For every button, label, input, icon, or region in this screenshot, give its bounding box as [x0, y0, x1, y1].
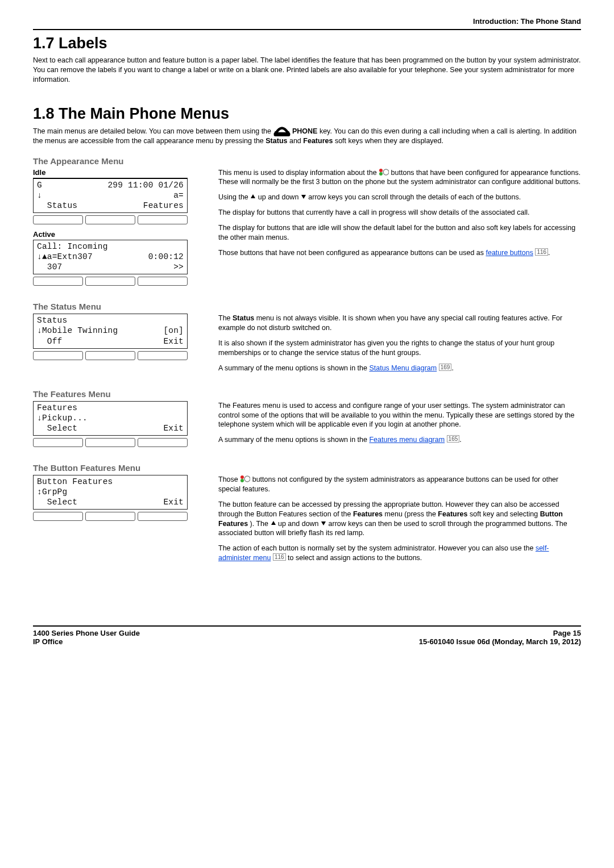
status-diagram-link[interactable]: Status Menu diagram [369, 364, 437, 372]
softkeys-features [33, 438, 188, 447]
lcd-idle: G299 11:00 01/26 ↓a= StatusFeatures [33, 178, 188, 213]
features-key-label: Features [303, 137, 333, 145]
features-p2: A summary of the menu options is shown i… [218, 435, 581, 445]
text: up and down [278, 520, 321, 528]
feature-buttons-link[interactable]: feature buttons [486, 249, 533, 257]
softkeys-idle [33, 215, 188, 224]
lcd-status-r3l: Off [37, 336, 63, 347]
lcd-status-r1l: Status [37, 315, 67, 326]
text: The action of each button is normally se… [218, 544, 536, 552]
appearance-p3: The display for buttons that currently h… [218, 208, 581, 218]
lcd-active-r3l: 307 [37, 262, 63, 272]
lcd-bf-r3r: Exit [163, 497, 184, 507]
heading-1-7: 1.7 Labels [33, 35, 581, 52]
lcd-idle-r3l: Status [37, 201, 77, 211]
intro-text-c: soft keys when they are displayed. [335, 137, 443, 145]
text: A summary of the menu options is shown i… [218, 364, 369, 372]
bf-p1: Those buttons not configured by the syst… [218, 475, 581, 494]
intro-text-a: The main menus are detailed below. You c… [33, 127, 273, 135]
lamp-icon [379, 169, 389, 177]
appearance-p4: The display for buttons that are idle wi… [218, 223, 581, 243]
lcd-features: Features ↓Pickup... SelectExit [33, 401, 188, 436]
text: Those buttons that have not been configu… [218, 249, 486, 257]
softkey [138, 351, 188, 360]
lcd-active-r2r: 0:00:12 [148, 252, 184, 262]
footer-left-2: IP Office [33, 637, 63, 646]
lcd-features-r3r: Exit [163, 423, 184, 433]
softkey [33, 351, 83, 360]
idle-label: Idle [33, 168, 204, 177]
top-rule [33, 29, 581, 30]
lcd-idle-r1r: 299 11:00 01/26 [107, 180, 184, 190]
lcd-active-r3r: >> [173, 262, 184, 272]
intro-and: and [289, 137, 303, 145]
text: Using the [218, 193, 250, 201]
text: buttons not configured by the system adm… [218, 475, 558, 493]
breadcrumb: Introduction: The Phone Stand [33, 17, 581, 26]
footer-right-1: Page 15 [553, 629, 581, 637]
softkey [33, 277, 83, 286]
lcd-bf-r2l: ↕GrpPg [37, 487, 67, 497]
lcd-status-r3r: Exit [163, 336, 184, 347]
text: ). The [250, 520, 271, 528]
bf-p2: The button feature can be accessed by pr… [218, 500, 581, 539]
softkeys-active [33, 277, 188, 286]
softkey [33, 215, 83, 224]
page-ref: 116 [535, 248, 548, 256]
lcd-features-r1l: Features [37, 403, 77, 413]
text: A summary of the menu options is shown i… [218, 436, 369, 444]
lcd-idle-r2l: ↓ [37, 190, 42, 201]
text: This menu is used to display information… [218, 169, 379, 177]
lcd-features-r3l: Select [37, 423, 77, 433]
footer-left-1: 1400 Series Phone User Guide [33, 629, 140, 637]
text: arrow keys you can scroll through the de… [308, 193, 521, 201]
features-key-label: Features [438, 510, 467, 518]
footer-right-2: 15-601040 Issue 06d (Monday, March 19, 2… [419, 637, 581, 646]
text: menu is not always visible. It is shown … [218, 314, 562, 332]
appearance-p2: Using the up and down arrow keys you can… [218, 193, 581, 202]
features-key-label: Features [353, 510, 383, 518]
softkey [138, 438, 188, 447]
lcd-features-r2l: ↓Pickup... [37, 413, 88, 423]
lcd-active-r2l: ↓▲a=Extn307 [37, 252, 93, 262]
page-footer: 1400 Series Phone User Guide Page 15 IP … [0, 625, 614, 669]
status-p3: A summary of the menu options is shown i… [218, 364, 581, 373]
lcd-button-features: Button Features ↕GrpPg SelectExit [33, 475, 188, 510]
text: The [218, 314, 233, 322]
down-arrow-icon [321, 520, 326, 528]
heading-1-8: 1.8 The Main Phone Menus [33, 105, 581, 123]
lamp-icon [240, 475, 250, 483]
softkey [138, 215, 188, 224]
features-diagram-link[interactable]: Features menu diagram [369, 436, 445, 444]
softkey [85, 438, 135, 447]
features-p1: The Features menu is used to access and … [218, 401, 581, 430]
status-p1: The Status menu is not always visible. I… [218, 314, 581, 333]
status-p2: It is also shown if the system administr… [218, 339, 581, 358]
page-ref: 116 [273, 553, 286, 561]
text: Those [218, 475, 240, 483]
appearance-menu-title: The Appearance Menu [33, 156, 581, 166]
text: . [548, 249, 550, 257]
softkey [33, 512, 83, 521]
softkeys-button-features [33, 512, 188, 521]
lcd-bf-r1l: Button Features [37, 477, 113, 487]
lcd-status-r2r: [on] [163, 326, 184, 336]
features-menu-title: The Features Menu [33, 389, 581, 399]
text: . [459, 436, 461, 444]
status-menu-title: The Status Menu [33, 302, 581, 311]
footer-rule [33, 625, 581, 627]
text: menu (press the [385, 510, 438, 518]
lcd-bf-r3l: Select [37, 497, 77, 507]
lcd-active: Call: Incoming ↓▲a=Extn3070:00:12 307>> [33, 240, 188, 274]
softkey [138, 277, 188, 286]
lcd-idle-r2r: a= [173, 190, 184, 201]
appearance-p5: Those buttons that have not been configu… [218, 248, 581, 258]
text: . [451, 364, 453, 372]
softkey [138, 512, 188, 521]
softkey [85, 351, 135, 360]
phone-key-label: PHONE [292, 127, 317, 135]
text: to select and assign actions to the butt… [288, 554, 422, 562]
up-arrow-icon [250, 193, 256, 201]
section-17-body: Next to each call appearance button and … [33, 56, 581, 85]
button-features-menu-title: The Button Features Menu [33, 463, 581, 473]
